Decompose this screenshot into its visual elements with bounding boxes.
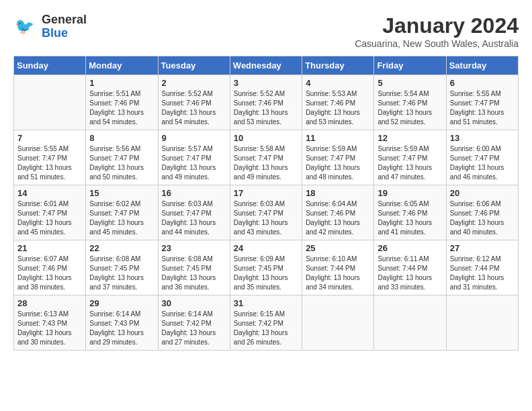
calendar-table: SundayMondayTuesdayWednesdayThursdayFrid… bbox=[13, 56, 519, 351]
day-number: 18 bbox=[306, 188, 370, 198]
calendar-cell: 31Sunrise: 6:15 AM Sunset: 7:42 PM Dayli… bbox=[230, 295, 302, 351]
calendar-cell bbox=[14, 75, 86, 130]
day-info: Sunrise: 6:07 AM Sunset: 7:46 PM Dayligh… bbox=[17, 255, 82, 292]
calendar-subtitle: Casuarina, New South Wales, Australia bbox=[355, 38, 519, 49]
calendar-cell: 12Sunrise: 5:59 AM Sunset: 7:47 PM Dayli… bbox=[374, 130, 446, 185]
calendar-cell: 23Sunrise: 6:08 AM Sunset: 7:45 PM Dayli… bbox=[158, 240, 230, 295]
day-number: 25 bbox=[306, 243, 370, 253]
calendar-week-row: 21Sunrise: 6:07 AM Sunset: 7:46 PM Dayli… bbox=[14, 240, 519, 295]
calendar-cell: 20Sunrise: 6:06 AM Sunset: 7:46 PM Dayli… bbox=[446, 185, 518, 240]
calendar-cell: 17Sunrise: 6:03 AM Sunset: 7:47 PM Dayli… bbox=[230, 185, 302, 240]
day-info: Sunrise: 6:01 AM Sunset: 7:47 PM Dayligh… bbox=[17, 199, 82, 237]
weekday-header-friday: Friday bbox=[374, 56, 446, 75]
day-info: Sunrise: 5:54 AM Sunset: 7:46 PM Dayligh… bbox=[378, 89, 442, 127]
calendar-cell: 28Sunrise: 6:13 AM Sunset: 7:43 PM Dayli… bbox=[14, 295, 86, 351]
day-info: Sunrise: 6:08 AM Sunset: 7:45 PM Dayligh… bbox=[162, 255, 226, 292]
logo-text: General Blue bbox=[42, 13, 87, 40]
calendar-cell: 29Sunrise: 6:14 AM Sunset: 7:43 PM Dayli… bbox=[86, 295, 158, 351]
logo-line2: Blue bbox=[42, 26, 68, 40]
day-info: Sunrise: 5:56 AM Sunset: 7:47 PM Dayligh… bbox=[89, 144, 154, 182]
calendar-cell: 4Sunrise: 5:53 AM Sunset: 7:46 PM Daylig… bbox=[302, 75, 374, 130]
weekday-header-thursday: Thursday bbox=[302, 56, 374, 75]
calendar-cell: 10Sunrise: 5:58 AM Sunset: 7:47 PM Dayli… bbox=[230, 130, 302, 185]
day-number: 15 bbox=[89, 188, 154, 198]
calendar-cell: 2Sunrise: 5:52 AM Sunset: 7:46 PM Daylig… bbox=[158, 75, 230, 130]
day-info: Sunrise: 6:13 AM Sunset: 7:43 PM Dayligh… bbox=[17, 310, 82, 347]
day-info: Sunrise: 5:51 AM Sunset: 7:46 PM Dayligh… bbox=[89, 89, 154, 127]
day-number: 30 bbox=[162, 298, 226, 308]
calendar-cell: 19Sunrise: 6:05 AM Sunset: 7:46 PM Dayli… bbox=[374, 185, 446, 240]
day-number: 29 bbox=[89, 298, 154, 308]
calendar-cell: 25Sunrise: 6:10 AM Sunset: 7:44 PM Dayli… bbox=[302, 240, 374, 295]
calendar-cell: 16Sunrise: 6:03 AM Sunset: 7:47 PM Dayli… bbox=[158, 185, 230, 240]
day-number: 9 bbox=[162, 133, 226, 143]
calendar-cell bbox=[446, 295, 518, 351]
calendar-cell: 14Sunrise: 6:01 AM Sunset: 7:47 PM Dayli… bbox=[14, 185, 86, 240]
day-number: 8 bbox=[89, 133, 154, 143]
weekday-header-wednesday: Wednesday bbox=[230, 56, 302, 75]
day-info: Sunrise: 6:06 AM Sunset: 7:46 PM Dayligh… bbox=[450, 199, 515, 237]
svg-text:🐦: 🐦 bbox=[15, 17, 35, 36]
calendar-cell: 27Sunrise: 6:12 AM Sunset: 7:44 PM Dayli… bbox=[446, 240, 518, 295]
calendar-cell: 5Sunrise: 5:54 AM Sunset: 7:46 PM Daylig… bbox=[374, 75, 446, 130]
day-info: Sunrise: 5:53 AM Sunset: 7:46 PM Dayligh… bbox=[306, 89, 370, 127]
day-info: Sunrise: 6:14 AM Sunset: 7:42 PM Dayligh… bbox=[162, 310, 226, 347]
calendar-cell: 13Sunrise: 6:00 AM Sunset: 7:47 PM Dayli… bbox=[446, 130, 518, 185]
day-number: 1 bbox=[89, 78, 154, 88]
logo-line1: General bbox=[42, 13, 87, 26]
weekday-header-saturday: Saturday bbox=[446, 56, 518, 75]
day-info: Sunrise: 6:15 AM Sunset: 7:42 PM Dayligh… bbox=[234, 310, 298, 347]
day-info: Sunrise: 6:03 AM Sunset: 7:47 PM Dayligh… bbox=[162, 199, 226, 237]
day-number: 17 bbox=[234, 188, 298, 198]
weekday-header-monday: Monday bbox=[86, 56, 158, 75]
calendar-cell: 7Sunrise: 5:55 AM Sunset: 7:47 PM Daylig… bbox=[14, 130, 86, 185]
day-info: Sunrise: 6:05 AM Sunset: 7:46 PM Dayligh… bbox=[378, 199, 442, 237]
day-number: 2 bbox=[162, 78, 226, 88]
day-info: Sunrise: 5:52 AM Sunset: 7:46 PM Dayligh… bbox=[162, 89, 226, 127]
day-info: Sunrise: 5:58 AM Sunset: 7:47 PM Dayligh… bbox=[234, 144, 298, 182]
calendar-cell: 26Sunrise: 6:11 AM Sunset: 7:44 PM Dayli… bbox=[374, 240, 446, 295]
calendar-cell: 8Sunrise: 5:56 AM Sunset: 7:47 PM Daylig… bbox=[86, 130, 158, 185]
weekday-header-sunday: Sunday bbox=[14, 56, 86, 75]
day-info: Sunrise: 5:55 AM Sunset: 7:47 PM Dayligh… bbox=[17, 144, 82, 182]
calendar-cell: 6Sunrise: 5:55 AM Sunset: 7:47 PM Daylig… bbox=[446, 75, 518, 130]
day-info: Sunrise: 5:59 AM Sunset: 7:47 PM Dayligh… bbox=[378, 144, 442, 182]
calendar-title: January 2024 bbox=[355, 13, 519, 38]
day-number: 5 bbox=[378, 78, 442, 88]
day-number: 12 bbox=[378, 133, 442, 143]
weekday-header-row: SundayMondayTuesdayWednesdayThursdayFrid… bbox=[14, 56, 519, 75]
day-info: Sunrise: 6:03 AM Sunset: 7:47 PM Dayligh… bbox=[234, 199, 298, 237]
day-number: 20 bbox=[450, 188, 515, 198]
title-area: January 2024 Casuarina, New South Wales,… bbox=[355, 13, 519, 49]
day-number: 27 bbox=[450, 243, 515, 253]
day-number: 3 bbox=[234, 78, 298, 88]
calendar-week-row: 28Sunrise: 6:13 AM Sunset: 7:43 PM Dayli… bbox=[14, 295, 519, 351]
day-number: 10 bbox=[234, 133, 298, 143]
day-number: 6 bbox=[450, 78, 515, 88]
day-info: Sunrise: 6:12 AM Sunset: 7:44 PM Dayligh… bbox=[450, 255, 515, 292]
day-number: 11 bbox=[306, 133, 370, 143]
day-number: 23 bbox=[162, 243, 226, 253]
day-info: Sunrise: 5:52 AM Sunset: 7:46 PM Dayligh… bbox=[234, 89, 298, 127]
calendar-cell: 21Sunrise: 6:07 AM Sunset: 7:46 PM Dayli… bbox=[14, 240, 86, 295]
page-header: 🐦 General Blue January 2024 Casuarina, N… bbox=[13, 13, 519, 49]
day-number: 4 bbox=[306, 78, 370, 88]
day-info: Sunrise: 6:02 AM Sunset: 7:47 PM Dayligh… bbox=[89, 199, 154, 237]
day-number: 7 bbox=[17, 133, 82, 143]
day-number: 24 bbox=[234, 243, 298, 253]
calendar-cell: 30Sunrise: 6:14 AM Sunset: 7:42 PM Dayli… bbox=[158, 295, 230, 351]
logo: 🐦 General Blue bbox=[13, 13, 87, 40]
day-info: Sunrise: 5:57 AM Sunset: 7:47 PM Dayligh… bbox=[162, 144, 226, 182]
day-number: 31 bbox=[234, 298, 298, 308]
day-info: Sunrise: 5:55 AM Sunset: 7:47 PM Dayligh… bbox=[450, 89, 515, 127]
day-info: Sunrise: 5:59 AM Sunset: 7:47 PM Dayligh… bbox=[306, 144, 370, 182]
day-info: Sunrise: 6:10 AM Sunset: 7:44 PM Dayligh… bbox=[306, 255, 370, 292]
weekday-header-tuesday: Tuesday bbox=[158, 56, 230, 75]
day-number: 16 bbox=[162, 188, 226, 198]
calendar-cell: 11Sunrise: 5:59 AM Sunset: 7:47 PM Dayli… bbox=[302, 130, 374, 185]
calendar-cell bbox=[374, 295, 446, 351]
calendar-week-row: 1Sunrise: 5:51 AM Sunset: 7:46 PM Daylig… bbox=[14, 75, 519, 130]
day-info: Sunrise: 6:00 AM Sunset: 7:47 PM Dayligh… bbox=[450, 144, 515, 182]
calendar-cell bbox=[302, 295, 374, 351]
day-info: Sunrise: 6:08 AM Sunset: 7:45 PM Dayligh… bbox=[89, 255, 154, 292]
